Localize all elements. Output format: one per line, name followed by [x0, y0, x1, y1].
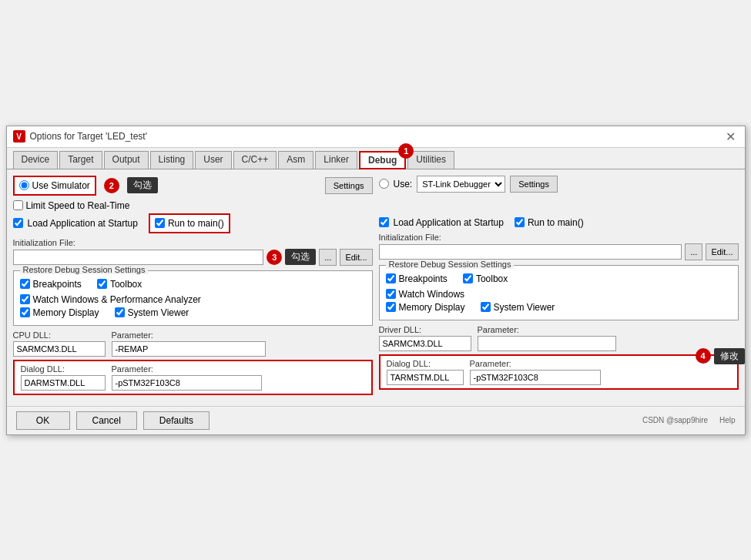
load-app-row-right: Load Application at Startup Run to main(… — [379, 217, 739, 228]
restore-row1-left: Breakpoints Toolbox — [20, 279, 366, 292]
driver-dll-input[interactable] — [379, 336, 471, 351]
run-to-main-label: Run to main() — [168, 218, 224, 229]
title-bar: V Options for Target 'LED_test' ✕ — [7, 126, 745, 148]
cpu-dll-col: CPU DLL: — [13, 330, 106, 357]
breakpoints-checkbox-right[interactable] — [386, 273, 396, 283]
tooltip-modify: 修改 — [714, 348, 745, 364]
breakpoints-label-left: Breakpoints — [33, 279, 82, 290]
system-viewer-label-right: System Viewer — [494, 302, 555, 313]
dialog-dll-label-left: Dialog DLL: — [21, 364, 106, 374]
right-column: Use: ST-Link Debugger Settings Load Appl… — [379, 176, 739, 400]
breakpoints-checkbox-left[interactable] — [20, 279, 30, 289]
tab-debug-container: Debug 1 — [359, 151, 406, 169]
right-settings-button[interactable]: Settings — [510, 176, 558, 193]
watermark: CSDN @sapp9hire — [642, 416, 708, 424]
dialog-param-label-right: Parameter: — [470, 359, 601, 368]
load-app-checkbox[interactable] — [13, 218, 23, 228]
memory-display-row-left: Memory Display — [20, 307, 99, 318]
memory-display-label-left: Memory Display — [33, 307, 99, 318]
tab-listing[interactable]: Listing — [150, 151, 194, 169]
tab-device[interactable]: Device — [13, 151, 59, 169]
dialog-param-col-left: Parameter: — [112, 364, 262, 391]
tab-cpp[interactable]: C/C++ — [233, 151, 277, 169]
right-spacer — [379, 197, 739, 213]
help-link[interactable]: Help — [719, 416, 736, 424]
use-simulator-radio[interactable] — [19, 180, 29, 190]
tab-asm[interactable]: Asm — [278, 151, 313, 169]
memory-display-checkbox-left[interactable] — [20, 307, 30, 317]
cpu-dll-row: CPU DLL: Parameter: — [13, 330, 373, 357]
close-button[interactable]: ✕ — [723, 129, 739, 144]
use-debugger-radio[interactable] — [379, 179, 389, 189]
run-to-main-checkbox[interactable] — [155, 218, 165, 228]
dialog-dll-row-left: Dialog DLL: Parameter: — [21, 364, 365, 391]
watch-windows-checkbox-left[interactable] — [20, 294, 30, 304]
load-app-label-right: Load Application at Startup — [394, 217, 504, 228]
defaults-button[interactable]: Defaults — [143, 411, 210, 430]
watch-windows-label-right: Watch Windows — [399, 289, 465, 300]
tab-output[interactable]: Output — [104, 151, 149, 169]
driver-param-col: Parameter: — [478, 325, 616, 351]
restore-session-box-right: Restore Debug Session Settings Breakpoin… — [379, 265, 739, 320]
init-edit-button[interactable]: Edit... — [340, 249, 372, 266]
system-viewer-checkbox-right[interactable] — [481, 302, 491, 312]
load-app-label: Load Application at Startup — [28, 218, 138, 229]
load-app-checkbox-right[interactable] — [379, 217, 389, 227]
run-to-main-right: Run to main() — [515, 217, 584, 228]
system-viewer-checkbox-left[interactable] — [115, 307, 125, 317]
cpu-dll-label: CPU DLL: — [13, 330, 106, 340]
badge4: 4 — [696, 348, 711, 364]
tab-user[interactable]: User — [195, 151, 231, 169]
init-edit-button-right[interactable]: Edit... — [706, 243, 738, 260]
cpu-param-input[interactable] — [112, 341, 266, 357]
bottom-right: CSDN @sapp9hire Help — [642, 416, 736, 424]
system-viewer-row-right: System Viewer — [481, 302, 555, 313]
driver-dll-row: Driver DLL: Parameter: — [379, 325, 739, 351]
dialog-dll-input-right[interactable] — [387, 370, 464, 385]
init-file-input-right[interactable] — [379, 244, 682, 260]
badge3: 3 — [267, 250, 282, 265]
memory-display-checkbox-right[interactable] — [386, 302, 396, 312]
debugger-row: Use: ST-Link Debugger Settings — [379, 176, 739, 193]
tab-utilities[interactable]: Utilities — [407, 151, 454, 169]
init-file-row-right: ... Edit... — [379, 243, 739, 260]
limit-speed-label: Limit Speed to Real-Time — [26, 200, 130, 211]
cancel-button[interactable]: Cancel — [76, 411, 137, 430]
driver-param-input[interactable] — [478, 336, 616, 351]
limit-speed-checkbox[interactable] — [13, 200, 23, 210]
window-title: Options for Target 'LED_test' — [30, 131, 147, 142]
debugger-select[interactable]: ST-Link Debugger — [417, 176, 505, 193]
watch-windows-row-left: Watch Windows & Performance Analyzer — [20, 294, 366, 305]
title-bar-left: V Options for Target 'LED_test' — [13, 130, 147, 143]
badge4-container: 4 修改 — [696, 348, 745, 364]
init-file-label-right: Initialization File: — [379, 233, 739, 242]
init-browse-button[interactable]: ... — [319, 249, 337, 266]
tab-target[interactable]: Target — [59, 151, 102, 169]
tab-linker[interactable]: Linker — [315, 151, 357, 169]
dialog-dll-input-left[interactable] — [21, 375, 106, 391]
dialog-dll-label-right: Dialog DLL: — [387, 359, 464, 368]
left-settings-button[interactable]: Settings — [325, 177, 373, 194]
left-column: Use Simulator 2 勾选 Settings Limit Speed … — [13, 176, 373, 400]
load-app-row: Load Application at Startup Run to main(… — [13, 213, 373, 233]
cpu-dll-input[interactable] — [13, 341, 106, 357]
simulator-row: Use Simulator 2 勾选 Settings — [13, 176, 373, 196]
watch-windows-checkbox-right[interactable] — [386, 289, 396, 299]
tab-bar: Device Target Output Listing User C/C++ … — [7, 148, 745, 169]
toolbox-checkbox-right[interactable] — [463, 273, 473, 283]
breakpoints-row-left: Breakpoints — [20, 279, 82, 290]
run-to-main-checkbox-right[interactable] — [515, 217, 525, 227]
badge1: 1 — [398, 143, 414, 159]
restore-section-content-right: Breakpoints Toolbox Watch Windows — [386, 273, 732, 315]
init-browse-button-right[interactable]: ... — [685, 243, 702, 260]
dialog-param-col-right: Parameter: — [470, 359, 601, 385]
dialog-dll-wrapper-right: Dialog DLL: Parameter: 4 修改 — [379, 354, 739, 390]
toolbox-row-right: Toolbox — [463, 273, 508, 284]
breakpoints-label-right: Breakpoints — [399, 273, 448, 284]
dialog-param-input-left[interactable] — [112, 375, 262, 391]
badge2: 2 — [104, 178, 119, 193]
toolbox-checkbox-left[interactable] — [97, 279, 107, 289]
dialog-param-input-right[interactable] — [470, 370, 601, 385]
ok-button[interactable]: OK — [16, 411, 70, 430]
init-file-input[interactable] — [13, 250, 264, 265]
